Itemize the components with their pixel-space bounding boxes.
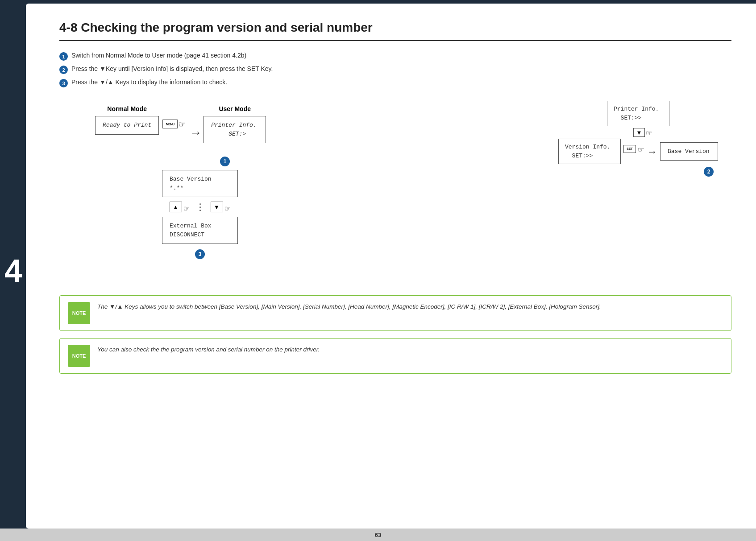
down-btn: ▼ [633,128,645,137]
step-3-num: 3 [59,79,68,87]
note-box-2: NOTE You can also check the the program … [59,338,731,374]
normal-mode-label: Normal Mode [107,105,147,112]
note-1-icon: NOTE [68,302,90,324]
arrow-normal-to-user: → [189,126,202,140]
chapter-number: 4 [0,255,27,287]
lcd-version-info: Version Info. SET:>> [558,139,621,164]
note-2-icon: NOTE [68,345,90,367]
step-3-text: Press the ▼/▲ Keys to display the inform… [71,78,227,86]
step-1: 1 Switch from Normal Mode to User mode (… [59,52,731,61]
set-btn-arrow-row: SET ☞ [623,147,644,156]
normal-mode-block: Normal Mode Ready to Print [95,105,159,135]
page-number: 63 [375,532,381,538]
menu-arrow-section: MENU ☞ [162,120,186,130]
steps-section: 1 Switch from Normal Mode to User mode (… [59,52,731,87]
bottom-center-diagram: Base Version*.** ▲ ☞ ▼ ☞ [162,170,238,259]
step-3: 3 Press the ▼/▲ Keys to display the info… [59,78,731,87]
page-title: 4-8 Checking the program version and ser… [59,21,731,41]
right-upper-diagram: Printer Info. SET:>> ▼ ☞ Version Info. S… [558,101,718,177]
hand-set: ☞ [638,145,644,154]
normal-to-user-section: Normal Mode Ready to Print MENU ☞ → User… [95,105,266,143]
up-nav-wrap: ▲ ☞ [170,202,190,212]
hand-cursor-down: ☞ [646,130,652,137]
nav-buttons-row: ▲ ☞ ▼ ☞ [170,202,231,212]
hand-cursor-icon: ☞ [179,120,186,128]
diagram-area: Normal Mode Ready to Print MENU ☞ → User… [59,101,731,288]
note-1-content: The ▼/▲ Keys allows you to switch betwee… [97,302,601,312]
circle-marker-1: 1 [220,157,230,166]
circle-marker-3: 3 [195,249,205,259]
down-btn-nav: ▼ [211,202,223,212]
white-page: 4-8 Checking the program version and ser… [26,4,756,529]
step-1-text: Switch from Normal Mode to User mode (pa… [71,52,246,59]
dotted-separator [197,203,204,211]
user-mode-label: User Mode [219,105,251,112]
note-label-2: NOTE [72,353,86,359]
hand-up: ☞ [183,205,190,212]
menu-button: MENU [162,120,178,128]
down-nav-wrap: ▼ ☞ [211,202,231,212]
arrow-to-base: → [647,145,657,158]
step-2-num: 2 [59,66,68,74]
circle-marker-2: 2 [704,167,714,177]
step-1-num: 1 [59,52,68,61]
user-mode-block: User Mode Printer Info. SET:> [204,105,266,143]
lcd-printer-info-right: Printer Info. SET:>> [607,101,669,126]
version-info-row: Version Info. SET:>> SET ☞ → Base Versio… [558,139,718,164]
lcd-external-box: External BoxDISCONNECT [162,217,238,244]
note-box-1: NOTE The ▼/▲ Keys allows you to switch b… [59,295,731,331]
step-2: 2 Press the ▼Key until [Version Info] is… [59,65,731,74]
down-arrow-hand: ▼ ☞ [633,128,652,137]
up-btn: ▲ [170,202,182,212]
step-2-text: Press the ▼Key until [Version Info] is d… [71,65,273,72]
lcd-base-version-bottom: Base Version*.** [162,170,238,197]
page-footer: 63 [0,529,756,541]
down-btn-with-hand: ▼ ☞ [633,128,652,137]
menu-btn-wrap: MENU ☞ [162,120,186,128]
set-button: SET [623,145,636,153]
hand-down: ☞ [224,205,231,212]
lcd-ready-to-print: Ready to Print [95,116,159,135]
note-2-content: You can also check the the program versi… [97,345,320,355]
lcd-base-version-right: Base Version [660,142,718,161]
note-label-1: NOTE [72,310,86,316]
lcd-printer-info-user: Printer Info. SET:> [204,116,266,143]
